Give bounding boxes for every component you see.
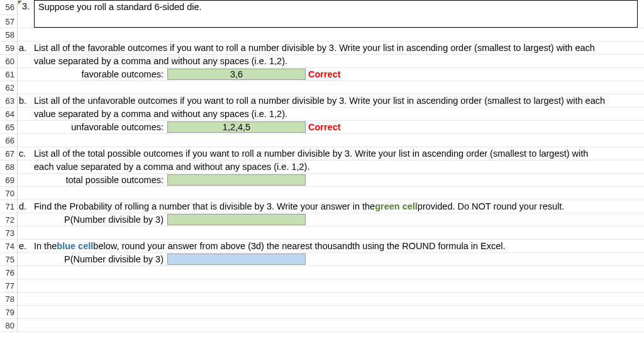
part-e-answer-row[interactable]: P(Number divisible by 3) bbox=[18, 253, 644, 266]
part-a-line2[interactable]: value separated by a comma and without a… bbox=[18, 55, 644, 68]
part-c-text2: each value separated by a comma and with… bbox=[34, 160, 644, 173]
part-d-answer-row[interactable]: P(Number divisible by 3) bbox=[18, 213, 644, 226]
blank-row[interactable] bbox=[18, 81, 644, 94]
part-b-text2: value separated by a comma and without a… bbox=[34, 108, 644, 120]
row-number[interactable]: 75 bbox=[0, 253, 17, 266]
part-a-line1[interactable]: a. List all of the favorable outcomes if… bbox=[18, 42, 644, 55]
blank-row[interactable] bbox=[18, 134, 644, 147]
part-e-line1[interactable]: e. In the blue cell below, round your an… bbox=[18, 240, 644, 253]
part-c-answer-row[interactable]: total possible outcomes: bbox=[18, 174, 644, 187]
part-c-letter: c. bbox=[18, 147, 34, 160]
row-number[interactable]: 69 bbox=[0, 174, 17, 187]
total-possible-outcomes-label: total possible outcomes: bbox=[48, 174, 167, 186]
favorable-outcomes-input[interactable]: 3,6 bbox=[167, 69, 306, 80]
probability-e-input[interactable] bbox=[167, 254, 306, 265]
row-number[interactable]: 59 bbox=[0, 42, 17, 55]
probability-d-label: P(Number divisible by 3) bbox=[48, 213, 167, 226]
part-d-letter: d. bbox=[18, 200, 34, 213]
probability-d-input[interactable] bbox=[167, 214, 306, 225]
part-b-answer-row[interactable]: unfavorable outcomes: 1,2,4,5 Correct bbox=[18, 121, 644, 134]
part-e-pre: In the bbox=[34, 241, 57, 251]
total-possible-outcomes-input[interactable] bbox=[167, 174, 306, 186]
part-a-answer-row[interactable]: favorable outcomes: 3,6 Correct bbox=[18, 68, 644, 81]
row-number[interactable]: 73 bbox=[0, 226, 17, 240]
row-number[interactable]: 65 bbox=[0, 121, 17, 134]
blank-row[interactable] bbox=[18, 279, 644, 293]
favorable-outcomes-label: favorable outcomes: bbox=[48, 68, 167, 81]
row-number[interactable]: 70 bbox=[0, 187, 17, 200]
blank-row[interactable] bbox=[18, 226, 644, 240]
row-number[interactable]: 60 bbox=[0, 55, 17, 68]
grid-body: 3. Suppose you roll a standard 6-sided d… bbox=[18, 0, 644, 332]
part-c-line2[interactable]: each value separated by a comma and with… bbox=[18, 160, 644, 174]
question-title-box[interactable]: Suppose you roll a standard 6-sided die. bbox=[34, 0, 638, 28]
row-number-gutter: 56 57 58 59 60 61 62 63 64 65 66 67 68 6… bbox=[0, 0, 18, 332]
part-e-letter: e. bbox=[18, 240, 34, 252]
part-d-line1[interactable]: d. Find the Probability of rolling a num… bbox=[18, 200, 644, 213]
row-number[interactable]: 57 bbox=[0, 15, 17, 28]
row-number[interactable]: 56 bbox=[0, 0, 17, 15]
row-number[interactable]: 58 bbox=[0, 28, 17, 42]
worksheet-area: 56 57 58 59 60 61 62 63 64 65 66 67 68 6… bbox=[0, 0, 644, 332]
row-number[interactable]: 74 bbox=[0, 240, 17, 253]
part-a-text2: value separated by a comma and without a… bbox=[34, 55, 644, 67]
part-c-text1: List all of the total possible outcomes … bbox=[34, 147, 644, 160]
part-b-status: Correct bbox=[306, 122, 341, 132]
blue-cell-phrase: blue cell bbox=[57, 241, 93, 251]
row-number[interactable]: 63 bbox=[0, 94, 17, 108]
blank-row[interactable] bbox=[18, 293, 644, 306]
unfavorable-outcomes-label: unfavorable outcomes: bbox=[48, 121, 167, 133]
part-e-post: below, round your answer from above (3d)… bbox=[93, 241, 505, 251]
part-d-text: Find the Probability of rolling a number… bbox=[34, 200, 644, 213]
row-number[interactable]: 66 bbox=[0, 134, 17, 147]
row-number[interactable]: 72 bbox=[0, 213, 17, 226]
question-header: 3. Suppose you roll a standard 6-sided d… bbox=[18, 0, 644, 28]
blank-row[interactable] bbox=[18, 319, 644, 332]
row-number[interactable]: 71 bbox=[0, 200, 17, 213]
row-number[interactable]: 77 bbox=[0, 279, 17, 293]
row-number[interactable]: 79 bbox=[0, 306, 17, 319]
part-b-text1: List all of the unfavorable outcomes if … bbox=[34, 94, 644, 107]
part-a-status: Correct bbox=[306, 69, 341, 79]
row-number[interactable]: 68 bbox=[0, 160, 17, 174]
unfavorable-outcomes-input[interactable]: 1,2,4,5 bbox=[167, 121, 306, 133]
blank-row[interactable] bbox=[18, 266, 644, 279]
row-number[interactable]: 76 bbox=[0, 266, 17, 279]
blank-row[interactable] bbox=[18, 28, 644, 42]
row-number[interactable]: 62 bbox=[0, 81, 17, 94]
part-a-text1: List all of the favorable outcomes if yo… bbox=[34, 42, 644, 54]
part-e-text: In the blue cell below, round your answe… bbox=[34, 240, 644, 252]
green-cell-phrase: green cell bbox=[375, 201, 418, 211]
question-number: 3. bbox=[22, 1, 30, 11]
part-d-pre: Find the Probability of rolling a number… bbox=[34, 201, 375, 211]
probability-e-label: P(Number divisible by 3) bbox=[48, 253, 167, 266]
blank-row[interactable] bbox=[18, 187, 644, 200]
question-number-cell[interactable]: 3. bbox=[18, 0, 34, 28]
row-number[interactable]: 78 bbox=[0, 293, 17, 306]
row-number[interactable]: 80 bbox=[0, 319, 17, 332]
favorable-outcomes-value: 3,6 bbox=[230, 69, 243, 79]
blank-row[interactable] bbox=[18, 306, 644, 319]
part-c-line1[interactable]: c. List all of the total possible outcom… bbox=[18, 147, 644, 160]
part-b-line1[interactable]: b. List all of the unfavorable outcomes … bbox=[18, 94, 644, 108]
row-number[interactable]: 64 bbox=[0, 108, 17, 121]
part-a-letter: a. bbox=[18, 42, 34, 54]
part-d-post: provided. Do NOT round your result. bbox=[418, 201, 564, 211]
question-title: Suppose you roll a standard 6-sided die. bbox=[38, 2, 202, 12]
row-number[interactable]: 61 bbox=[0, 68, 17, 81]
unfavorable-outcomes-value: 1,2,4,5 bbox=[223, 122, 250, 132]
part-b-line2[interactable]: value separated by a comma and without a… bbox=[18, 108, 644, 121]
row-number[interactable]: 67 bbox=[0, 147, 17, 160]
part-b-letter: b. bbox=[18, 94, 34, 107]
